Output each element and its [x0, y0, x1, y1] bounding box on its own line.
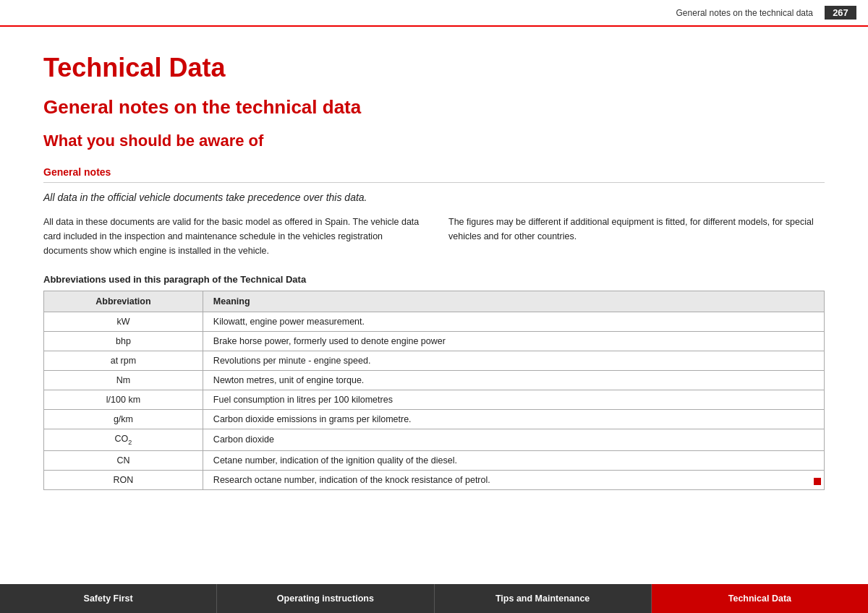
nav-safety-first[interactable]: Safety First — [0, 584, 217, 613]
table-cell-meaning: Research octane number, indication of th… — [203, 470, 824, 489]
top-bar: General notes on the technical data 267 — [0, 0, 868, 27]
table-cell-meaning: Brake horse power, formerly used to deno… — [203, 332, 824, 351]
nav-operating-instructions[interactable]: Operating instructions — [217, 584, 434, 613]
table-row: l/100 kmFuel consumption in litres per 1… — [44, 390, 825, 410]
table-row: CO2Carbon dioxide — [44, 429, 825, 451]
table-cell-abbr: CN — [44, 450, 203, 470]
table-header-abbr: Abbreviation — [44, 291, 203, 312]
table-cell-abbr: l/100 km — [44, 390, 203, 410]
table-cell-meaning: Kilowatt, engine power measurement. — [203, 312, 824, 332]
nav-tips-maintenance[interactable]: Tips and Maintenance — [435, 584, 652, 613]
main-content: Technical Data General notes on the tech… — [0, 27, 868, 548]
table-row: kWKilowatt, engine power measurement. — [44, 312, 825, 332]
table-cell-meaning: Cetane number, indication of the ignitio… — [203, 450, 824, 470]
table-row: CNCetane number, indication of the ignit… — [44, 450, 825, 470]
table-cell-abbr: at rpm — [44, 351, 203, 371]
table-row: bhpBrake horse power, formerly used to d… — [44, 332, 825, 351]
table-cell-abbr: CO2 — [44, 429, 203, 451]
italic-lead: All data in the official vehicle documen… — [43, 192, 825, 203]
nav-technical-data[interactable]: Technical Data — [652, 584, 868, 613]
right-col: The figures may be different if addition… — [448, 215, 825, 258]
section-title: General notes on the technical data — [43, 96, 825, 119]
table-row: at rpmRevolutions per minute - engine sp… — [44, 351, 825, 371]
bottom-nav: Safety First Operating instructions Tips… — [0, 584, 868, 613]
table-cell-meaning: Fuel consumption in litres per 100 kilom… — [203, 390, 824, 410]
table-cell-abbr: RON — [44, 470, 203, 489]
table-cell-meaning: Revolutions per minute - engine speed. — [203, 351, 824, 371]
red-square-marker — [814, 478, 821, 485]
table-cell-abbr: bhp — [44, 332, 203, 351]
left-col: All data in these documents are valid fo… — [43, 215, 420, 258]
page-number: 267 — [825, 6, 856, 20]
table-row: NmNewton metres, unit of engine torque. — [44, 371, 825, 390]
table-header-meaning: Meaning — [203, 291, 824, 312]
table-row: g/kmCarbon dioxide emissions in grams pe… — [44, 410, 825, 429]
abbrev-section-title: Abbreviations used in this paragraph of … — [43, 274, 825, 285]
two-col-section: All data in these documents are valid fo… — [43, 215, 825, 258]
abbreviations-table: Abbreviation Meaning kWKilowatt, engine … — [43, 291, 825, 490]
table-row: RONResearch octane number, indication of… — [44, 470, 825, 489]
table-cell-abbr: g/km — [44, 410, 203, 429]
general-notes-header: General notes — [43, 166, 825, 183]
table-cell-meaning: Carbon dioxide — [203, 429, 824, 451]
table-cell-abbr: kW — [44, 312, 203, 332]
table-cell-meaning: Newton metres, unit of engine torque. — [203, 371, 824, 390]
table-cell-meaning: Carbon dioxide emissions in grams per ki… — [203, 410, 824, 429]
table-cell-abbr: Nm — [44, 371, 203, 390]
sub-title: What you should be aware of — [43, 132, 825, 150]
doc-title: Technical Data — [43, 53, 825, 83]
header-section-title: General notes on the technical data — [676, 8, 813, 18]
